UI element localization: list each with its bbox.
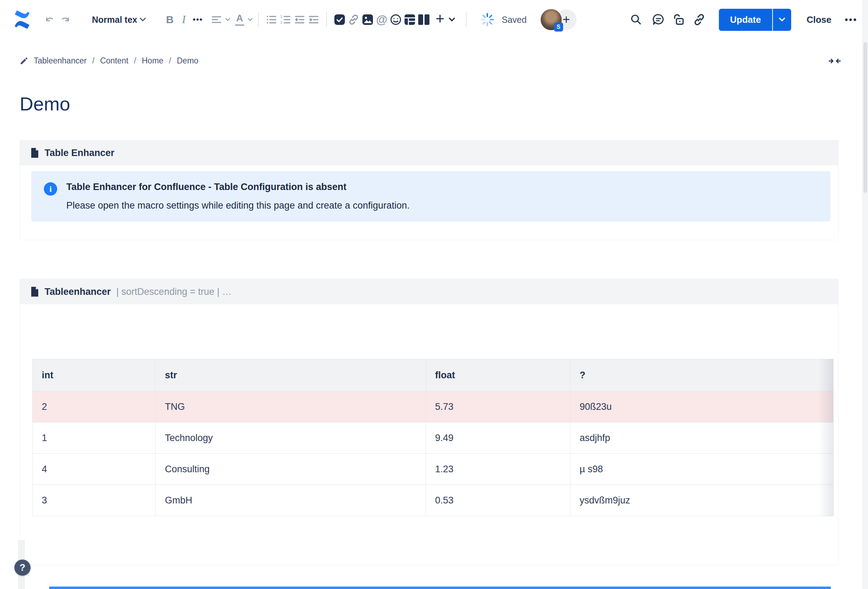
cell: 2 <box>32 391 156 423</box>
column-header-float[interactable]: float <box>426 359 570 391</box>
save-status-text: Saved <box>502 15 527 25</box>
redo-icon[interactable] <box>58 10 72 29</box>
breadcrumb-item-home[interactable]: Home <box>142 56 163 66</box>
document-icon <box>31 286 39 297</box>
block-style-label: Normal text <box>92 15 137 25</box>
table-row[interactable]: 4 Consulting 1.23 µ s98 <box>32 454 834 485</box>
help-button[interactable]: ? <box>15 560 31 576</box>
table-button[interactable] <box>403 10 417 29</box>
cell: GmbH <box>156 485 426 516</box>
cell: µ s98 <box>570 454 834 485</box>
image-button[interactable] <box>361 10 375 29</box>
macro-title: Table Enhancer <box>44 147 114 159</box>
selection-bar <box>49 586 831 589</box>
breadcrumb-item-space[interactable]: Tableenhancer <box>34 56 87 66</box>
collapse-width-icon[interactable] <box>829 57 841 65</box>
toolbar-divider <box>466 12 466 27</box>
macro-table-enhancer[interactable]: Table Enhancer i Table Enhancer for Conf… <box>20 140 838 240</box>
svg-text:2: 2 <box>280 21 282 24</box>
macro-header[interactable]: Tableenhancer | sortDescending = true | … <box>20 279 838 304</box>
update-options-chevron[interactable] <box>772 9 791 31</box>
page-scrollbar[interactable] <box>862 0 868 589</box>
outdent-button[interactable] <box>292 10 307 29</box>
page-title: Demo <box>20 93 868 115</box>
copy-link-icon[interactable] <box>692 10 706 29</box>
emoji-button[interactable] <box>389 10 403 29</box>
cell: Technology <box>156 423 426 454</box>
collaborators: S + <box>541 9 576 30</box>
column-header-question[interactable]: ? <box>570 359 834 391</box>
cell: 90ß23u <box>570 391 834 423</box>
breadcrumb-separator: / <box>134 56 136 66</box>
task-list-button[interactable] <box>333 10 347 29</box>
info-banner: i Table Enhancer for Confluence - Table … <box>31 171 830 222</box>
cell: 1 <box>32 423 156 454</box>
macro-title: Tableenhancer <box>44 286 111 297</box>
saving-spinner-icon <box>480 10 495 29</box>
breadcrumb: Tableenhancer / Content / Home / Demo <box>20 56 841 66</box>
document-icon <box>31 147 39 158</box>
chevron-down-icon <box>225 18 230 21</box>
numbered-list-button[interactable]: 1 2 <box>279 10 292 29</box>
cell: 3 <box>32 485 156 516</box>
column-header-str[interactable]: str <box>156 359 426 391</box>
cell: 5.73 <box>426 391 570 423</box>
close-button[interactable]: Close <box>807 15 831 25</box>
cell: ysdvßm9juz <box>570 485 834 516</box>
inline-comment-icon[interactable] <box>651 10 666 29</box>
text-align-dropdown[interactable] <box>211 10 230 29</box>
svg-text:1: 1 <box>280 15 282 19</box>
more-actions-button[interactable]: ••• <box>845 15 858 25</box>
search-icon[interactable] <box>629 10 643 29</box>
chevron-down-icon <box>779 18 785 22</box>
breadcrumb-item-content[interactable]: Content <box>100 56 128 66</box>
link-button[interactable] <box>347 10 361 29</box>
breadcrumb-item-demo[interactable]: Demo <box>177 56 198 66</box>
chevron-down-icon <box>248 18 252 21</box>
update-button[interactable]: Update <box>719 9 772 31</box>
insert-button[interactable]: + <box>433 9 447 28</box>
italic-button[interactable]: I <box>177 10 191 29</box>
breadcrumb-separator: / <box>169 56 171 66</box>
bullet-list-button[interactable] <box>264 10 279 29</box>
table-header-row: int str float ? <box>32 359 834 391</box>
macro-body: int str float ? 2 TNG 5.73 90ß23u <box>20 304 838 565</box>
breadcrumb-separator: / <box>92 56 94 66</box>
info-banner-title: Table Enhancer for Confluence - Table Co… <box>66 182 410 193</box>
bold-button[interactable]: B <box>163 10 177 29</box>
column-header-int[interactable]: int <box>32 359 156 391</box>
table-row[interactable]: 3 GmbH 0.53 ysdvßm9juz <box>32 485 834 516</box>
info-icon: i <box>44 182 57 196</box>
toolbar-divider <box>258 12 259 27</box>
table-row[interactable]: 1 Technology 9.49 asdjhfp <box>32 423 834 454</box>
cell: TNG <box>156 391 426 423</box>
macro-header[interactable]: Table Enhancer <box>20 140 838 165</box>
cell: Consulting <box>156 454 426 485</box>
indent-button[interactable] <box>307 10 321 29</box>
table-row[interactable]: 2 TNG 5.73 90ß23u <box>32 391 834 423</box>
editor-content: Tableenhancer / Content / Home / Demo De… <box>0 56 868 565</box>
text-color-dropdown[interactable]: A <box>235 10 252 29</box>
cell: 0.53 <box>426 485 570 516</box>
enhanced-table: int str float ? 2 TNG 5.73 90ß23u <box>32 359 834 516</box>
page-scrollbar-thumb[interactable] <box>864 42 867 193</box>
cell: 9.49 <box>426 423 570 454</box>
block-style-dropdown[interactable]: Normal text <box>92 15 146 25</box>
more-formatting-button[interactable]: ••• <box>191 10 205 29</box>
cell: asdjhfp <box>570 423 834 454</box>
undo-icon[interactable] <box>43 10 58 29</box>
update-split-button: Update <box>719 9 791 31</box>
confluence-logo-icon <box>11 10 33 29</box>
unlock-icon[interactable] <box>672 10 686 29</box>
info-banner-body: Please open the macro settings while edi… <box>66 200 410 211</box>
chevron-down-icon <box>140 18 146 22</box>
macro-tableenhancer[interactable]: Tableenhancer | sortDescending = true | … <box>20 279 838 565</box>
macro-body: i Table Enhancer for Confluence - Table … <box>20 165 838 240</box>
edit-pencil-icon <box>20 57 28 65</box>
avatar-initial-badge: S <box>554 22 563 32</box>
mention-button[interactable]: @ <box>375 10 389 29</box>
layout-columns-button[interactable] <box>417 10 431 29</box>
insert-dropdown-chevron-icon[interactable] <box>447 10 457 29</box>
editor-toolbar: Normal text B I ••• A 1 2 <box>0 0 868 39</box>
macro-params: | sortDescending = true | … <box>117 286 232 297</box>
